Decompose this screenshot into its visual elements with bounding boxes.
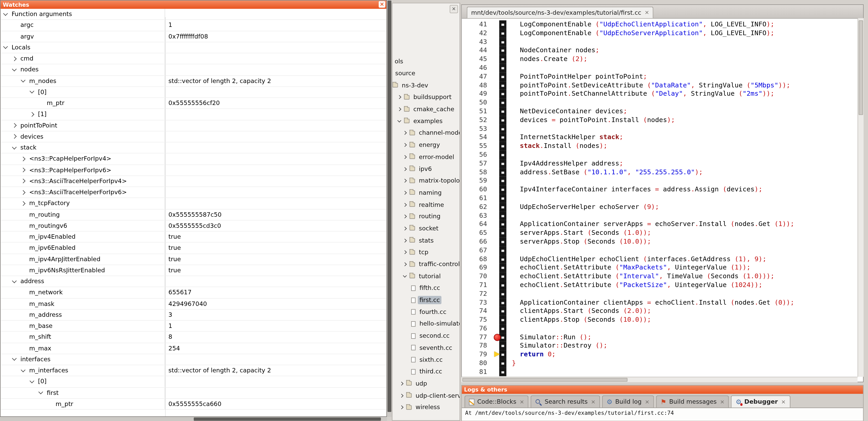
chevron-right-icon[interactable] [12, 134, 17, 139]
tree-item[interactable]: routing [392, 210, 459, 222]
watch-value[interactable]: true [165, 267, 386, 274]
watch-value[interactable]: 4294967040 [165, 300, 386, 307]
tree-item[interactable]: error-model [392, 151, 459, 163]
watch-value[interactable]: 0x7fffffffdf08 [165, 33, 386, 40]
close-icon[interactable] [720, 399, 725, 404]
line-number[interactable]: 65 [462, 229, 493, 238]
watch-row[interactable]: <ns3::PcapHelperForIpv6> [1, 165, 386, 176]
watch-row[interactable]: nodes [1, 64, 386, 75]
chevron-right-icon[interactable] [21, 190, 25, 195]
watch-row[interactable]: [0] [1, 87, 386, 98]
tree-item[interactable]: stats [392, 234, 459, 247]
gutter-strip[interactable] [499, 90, 506, 99]
line-number[interactable]: 76 [462, 325, 493, 333]
line-number[interactable]: 44 [462, 46, 493, 55]
gutter-strip[interactable] [499, 55, 506, 64]
line-number[interactable]: 50 [462, 99, 493, 107]
line-number[interactable]: 68 [462, 255, 493, 264]
tree-item[interactable]: cmake_cache [392, 103, 459, 115]
line-number[interactable]: 43 [462, 38, 493, 46]
gutter-strip[interactable] [499, 176, 506, 186]
chevron-right-icon[interactable] [21, 179, 25, 183]
chevron-down-icon[interactable] [12, 144, 17, 149]
gutter-strip[interactable] [499, 159, 506, 168]
line-number[interactable]: 54 [462, 133, 493, 142]
tree-item[interactable]: examples [392, 115, 459, 127]
gutter-strip[interactable] [499, 316, 506, 325]
line-number[interactable]: 77 [462, 333, 493, 342]
gutter-strip[interactable] [499, 342, 506, 351]
watch-row[interactable]: pointToPoint [1, 120, 386, 131]
scrollbar-thumb[interactable] [388, 1, 391, 412]
tree-item[interactable]: hello-simulator.cc [392, 318, 459, 330]
tree-item[interactable]: ols [392, 56, 459, 67]
watch-value[interactable]: 1 [165, 322, 386, 330]
tree-item[interactable]: source [392, 67, 459, 79]
tree-item[interactable]: wireless [392, 401, 459, 413]
watch-row[interactable]: m_ipv4Enabledtrue [1, 231, 386, 242]
chevron-right-icon[interactable] [397, 107, 401, 111]
chevron-right-icon[interactable] [403, 238, 407, 242]
watch-row[interactable]: <ns3::AsciiTraceHelperForIpv4> [1, 176, 386, 187]
gutter-strip[interactable] [499, 272, 506, 281]
watch-row[interactable]: m_mask4294967040 [1, 298, 386, 310]
watch-value[interactable]: std::vector of length 2, capacity 2 [165, 77, 386, 85]
gutter-strip[interactable] [499, 290, 506, 298]
tree-item[interactable]: energy [392, 139, 459, 151]
gutter-strip[interactable] [499, 64, 506, 73]
line-number[interactable]: 58 [462, 168, 493, 177]
chevron-right-icon[interactable] [403, 227, 407, 230]
gutter-strip[interactable] [499, 220, 506, 229]
line-number[interactable]: 72 [462, 290, 493, 298]
watch-value[interactable]: 655617 [165, 289, 386, 296]
tree-item[interactable]: matrix-topology [392, 175, 459, 187]
editor-vertical-scrollbar[interactable] [858, 18, 864, 377]
line-number[interactable]: 60 [462, 186, 493, 194]
gutter-strip[interactable] [499, 116, 506, 125]
logs-tab-search-results[interactable]: Search results [531, 395, 600, 408]
watch-row[interactable]: address [1, 276, 386, 287]
tree-item[interactable]: udp-client-server [392, 389, 459, 401]
gutter-strip[interactable] [499, 255, 506, 264]
watch-row[interactable]: interfaces [1, 354, 386, 365]
chevron-right-icon[interactable] [21, 168, 25, 172]
watch-value[interactable]: 0x5555555cd3c0 [165, 222, 386, 229]
watch-row[interactable]: m_routing0x555555587c50 [1, 209, 386, 220]
chevron-right-icon[interactable] [12, 123, 17, 128]
watch-value[interactable]: 0x5555555ca660 [165, 400, 386, 408]
tree-item[interactable]: tcp [392, 247, 459, 258]
line-number[interactable]: 48 [462, 81, 493, 90]
chevron-down-icon[interactable] [38, 390, 43, 394]
watch-value[interactable]: true [165, 233, 386, 240]
scrollbar-thumb[interactable] [462, 378, 627, 382]
line-number[interactable]: 64 [462, 220, 493, 229]
gutter-strip[interactable] [499, 186, 506, 194]
close-icon[interactable] [645, 10, 649, 15]
gutter-strip[interactable] [499, 194, 506, 203]
line-number[interactable]: 75 [462, 316, 493, 325]
watch-row[interactable]: m_interfacesstd::vector of length 2, cap… [1, 365, 386, 376]
gutter-strip[interactable] [499, 307, 506, 316]
gutter-strip[interactable] [499, 350, 506, 359]
watch-row[interactable]: argc1 [1, 20, 386, 31]
watch-value[interactable]: 1 [165, 22, 386, 29]
chevron-right-icon[interactable] [30, 112, 34, 117]
gutter-strip[interactable] [499, 359, 506, 368]
line-number[interactable]: 59 [462, 176, 493, 186]
editor-horizontal-scrollbar[interactable] [461, 377, 858, 382]
close-icon[interactable] [781, 399, 786, 404]
gutter-strip[interactable] [499, 298, 506, 307]
line-number[interactable]: 66 [462, 238, 493, 247]
line-number[interactable]: 80 [462, 359, 493, 368]
watch-row[interactable]: argv0x7fffffffdf08 [1, 31, 386, 42]
chevron-down-icon[interactable] [12, 67, 17, 71]
tree-item[interactable]: ns-3-dev [392, 79, 459, 91]
watch-row[interactable]: devices [1, 131, 386, 142]
tree-item[interactable]: udp [392, 378, 459, 389]
watch-row[interactable]: first [1, 387, 386, 398]
gutter-strip[interactable] [499, 142, 506, 151]
line-number[interactable]: 49 [462, 90, 493, 99]
watch-row[interactable]: Locals [1, 42, 386, 53]
chevron-right-icon[interactable] [403, 131, 407, 135]
gutter-strip[interactable] [499, 168, 506, 177]
